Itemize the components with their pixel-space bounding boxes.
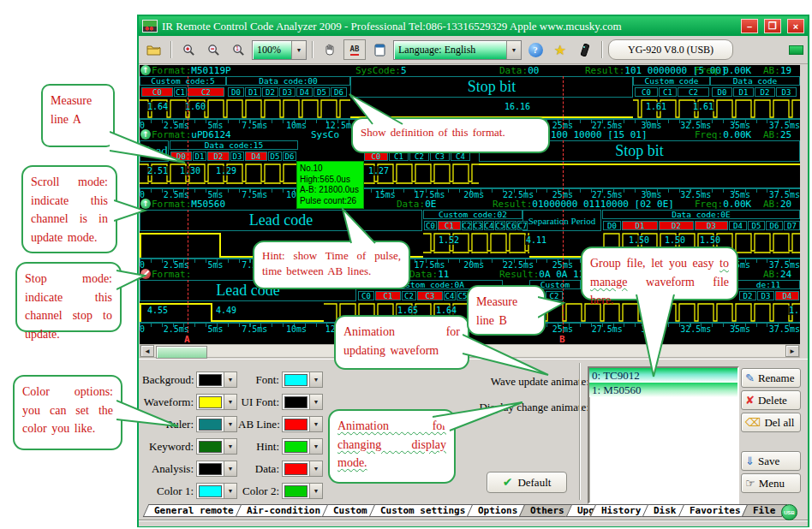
chevron-down-icon[interactable]: ▼ — [309, 372, 322, 387]
color-select[interactable]: ▼ — [282, 394, 323, 410]
code-cell[interactable]: D5 — [268, 152, 282, 161]
code-cell[interactable]: C0 — [358, 291, 374, 300]
code-cell[interactable]: C1 — [438, 221, 461, 230]
zoom-level-select[interactable]: 100% ▼ — [252, 40, 307, 60]
ab-measure-button[interactable]: AB — [343, 39, 366, 60]
mode-tab[interactable]: General remote — [143, 504, 245, 517]
color-select[interactable]: ▼ — [196, 483, 237, 499]
color-select[interactable]: ▼ — [282, 416, 323, 432]
code-cell[interactable]: C1 — [375, 291, 401, 300]
code-cell[interactable]: C4 — [484, 221, 494, 230]
code-cell[interactable]: D3 — [757, 291, 774, 300]
chevron-down-icon[interactable]: ▼ — [224, 461, 236, 476]
code-cell[interactable]: D5 — [313, 87, 330, 97]
favorites-button[interactable]: ★ — [549, 39, 571, 60]
file-list-item[interactable]: 1: M50560 — [589, 383, 737, 397]
close-button[interactable]: × — [787, 19, 804, 33]
code-cell[interactable]: D4 — [245, 152, 267, 161]
code-cell[interactable]: D2 — [739, 291, 756, 300]
code-cell[interactable]: C7 — [517, 221, 528, 230]
file-tab[interactable]: Favorites — [678, 504, 752, 517]
code-cell[interactable]: D6 — [283, 152, 296, 161]
code-cell[interactable]: C2 — [678, 87, 709, 97]
color-select[interactable]: ▼ — [282, 461, 323, 477]
chevron-down-icon[interactable]: ▼ — [309, 395, 322, 409]
code-cell[interactable]: C2 — [402, 291, 416, 300]
chevron-down-icon[interactable]: ▼ — [224, 395, 236, 409]
chevron-down-icon[interactable]: ▼ — [309, 461, 322, 476]
remote-tool-button[interactable] — [574, 39, 596, 60]
language-select[interactable]: Language: English ▼ — [393, 40, 522, 60]
chevron-down-icon[interactable]: ▼ — [224, 484, 236, 498]
color-select[interactable]: ▼ — [282, 483, 323, 499]
code-cell[interactable]: D2 — [755, 87, 775, 97]
file-list[interactable]: 0: TC90121: M50560 — [588, 366, 739, 504]
code-cell[interactable]: D2 — [207, 152, 230, 161]
code-cell[interactable]: D1 — [245, 87, 261, 97]
measure-line-a[interactable] — [188, 280, 188, 333]
code-cell[interactable]: D5 — [748, 221, 765, 230]
maximize-button[interactable]: ❒ — [764, 19, 781, 33]
code-cell[interactable]: D0 — [228, 87, 244, 97]
code-cell[interactable]: D6 — [766, 221, 783, 230]
code-cell[interactable]: C1 — [174, 87, 187, 97]
color-select[interactable]: ▼ — [282, 438, 323, 455]
measure-line-a[interactable] — [188, 76, 188, 129]
chevron-down-icon[interactable]: ▼ — [291, 41, 306, 59]
scrollbar-thumb[interactable] — [156, 346, 207, 359]
file-action-button[interactable]: ✎ Rename — [741, 368, 801, 388]
code-cell[interactable]: D1 — [193, 152, 206, 161]
code-cell[interactable]: C6 — [506, 221, 516, 230]
code-cell[interactable]: D1 — [733, 87, 754, 97]
display-mode-button[interactable] — [368, 39, 391, 60]
chevron-down-icon[interactable]: ▼ — [224, 417, 236, 431]
code-cell[interactable]: C0 — [141, 87, 173, 97]
file-action-button[interactable]: ⇓ Save — [741, 451, 801, 471]
zoom-out-button[interactable] — [202, 39, 224, 60]
color-select[interactable]: ▼ — [282, 371, 323, 388]
channel-scroll-mode-icon[interactable]: ↑ — [140, 65, 151, 75]
scroll-left-icon[interactable]: ◄ — [140, 345, 154, 357]
color-select[interactable]: ▼ — [196, 416, 237, 432]
code-cell[interactable]: D3 — [279, 87, 296, 97]
code-cell[interactable]: D3 — [695, 221, 728, 230]
code-cell[interactable]: D3 — [776, 87, 797, 97]
mode-tab[interactable]: Air-condition — [235, 504, 331, 517]
chevron-down-icon[interactable]: ▼ — [224, 372, 236, 387]
minimize-button[interactable]: – — [741, 19, 758, 33]
code-cell[interactable]: C0 — [635, 87, 658, 97]
code-cell[interactable]: D3 — [230, 152, 244, 161]
code-cell[interactable]: C2 — [188, 87, 224, 97]
measure-line-b[interactable] — [563, 210, 564, 269]
default-button[interactable]: ✔ Default — [487, 472, 567, 493]
help-button[interactable]: ? — [524, 39, 546, 60]
code-cell[interactable]: C0 — [424, 221, 437, 230]
code-cell[interactable]: D1 — [622, 221, 658, 230]
chevron-down-icon[interactable]: ▼ — [506, 41, 521, 59]
code-cell[interactable]: D0 — [712, 87, 732, 97]
code-cell[interactable]: D7 — [784, 221, 800, 230]
zoom-actual-button[interactable]: 1 — [227, 39, 249, 60]
chevron-down-icon[interactable]: ▼ — [309, 439, 322, 454]
chevron-down-icon[interactable]: ▼ — [224, 439, 236, 454]
color-select[interactable]: ▼ — [196, 394, 237, 410]
code-cell[interactable]: D4 — [775, 291, 799, 300]
color-select[interactable]: ▼ — [196, 371, 237, 388]
device-model-button[interactable]: YG-920 V8.0 (USB) — [608, 39, 733, 60]
file-action-button[interactable]: ☞ Menu — [741, 473, 801, 493]
code-cell[interactable]: D4 — [729, 221, 747, 230]
code-cell[interactable]: C2 — [462, 221, 472, 230]
code-cell[interactable]: C3 — [473, 221, 483, 230]
measure-line-b[interactable] — [563, 140, 564, 199]
open-file-button[interactable] — [143, 39, 165, 60]
measure-line-a[interactable] — [188, 210, 188, 269]
zoom-in-button[interactable] — [177, 39, 200, 60]
file-action-button[interactable]: ⌫ Del all — [741, 413, 801, 432]
color-select[interactable]: ▼ — [196, 438, 237, 455]
code-cell[interactable]: C1 — [659, 87, 677, 97]
mode-tab[interactable]: Custom settings — [368, 504, 476, 517]
code-cell[interactable]: C4 — [444, 291, 456, 300]
code-cell[interactable]: C3 — [417, 291, 443, 300]
code-cell[interactable]: D2 — [659, 221, 694, 230]
code-cell[interactable]: D0 — [603, 221, 621, 230]
